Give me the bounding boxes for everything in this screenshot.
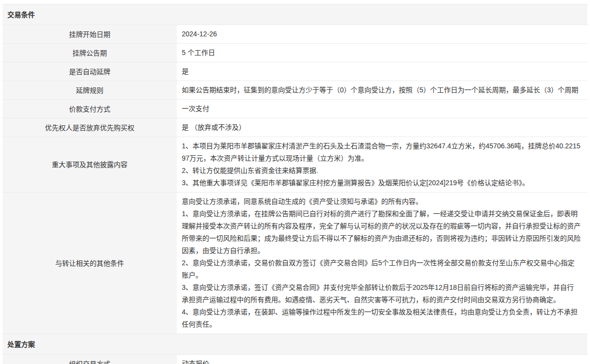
table-row: 重大事项及其他披露内容 1、本项目为莱阳市羊郡镇翟家庄村清淤产生的石头及土石渣混… — [2, 137, 588, 193]
table-row: 延牌规则 如果公告期结束时，征集到的意向受让方少于等于（0）个意向受让方，按照（… — [2, 81, 588, 100]
value-line: 3、其他重大事项详见《莱阳市羊郡镇翟家庄村挖方量测算报告》及烟莱阳价认定[202… — [182, 177, 581, 189]
value-line: 如果公告期结束时，征集到的意向受让方少于等于（0）个意向受让方，按照（5）个工作… — [182, 84, 581, 96]
section-header: 交易条件 — [2, 4, 588, 25]
value-line: 1、意向受让方须承诺，在挂牌公告期间已自行对标的资产进行了勘探和全面了解，一经递… — [182, 208, 581, 257]
row-value: 是 — [177, 62, 588, 81]
row-value: 意向受让方须承诺，同意系统自动生成的《资产受让须知与承诺》的所有内容。1、意向受… — [177, 193, 588, 334]
section-header-label: 处置方案 — [7, 340, 35, 348]
row-label: 组织交易方式 — [2, 355, 177, 364]
row-value: 如果公告期结束时，征集到的意向受让方少于等于（0）个意向受让方，按照（5）个工作… — [177, 81, 588, 99]
table-row: 优先权人是否放弃优先购买权 是 （放弃或不涉及） — [2, 118, 588, 137]
row-label: 延牌规则 — [2, 81, 177, 99]
row-value: 一次支付 — [177, 100, 588, 118]
row-value: 1、本项目为莱阳市羊郡镇翟家庄村清淤产生的石头及土石渣混合物一宗，方量约3264… — [177, 137, 588, 192]
table-row: 价款支付方式 一次支付 — [2, 100, 588, 118]
value-line: 是 — [182, 65, 581, 78]
row-label: 价款支付方式 — [2, 100, 177, 118]
table-row: 组织交易方式 动态报价 — [2, 355, 588, 364]
value-line: 3、意向受让方须承诺，签订《资产交易合同》并支付完毕全部转让价款后于2025年1… — [182, 281, 581, 306]
value-line: 是 （放弃或不涉及） — [182, 121, 581, 134]
value-line: 2、转让方仅能提供山东省资金往来结算票据. — [182, 165, 581, 177]
info-table: 交易条件 挂牌开始日期 2024-12-26 挂牌公告期 5 个工作日 是否自动… — [2, 4, 588, 364]
row-value: 动态报价 — [177, 355, 588, 364]
row-value: 2024-12-26 — [177, 25, 588, 43]
value-line: 2、意向受让方须承诺，交易价款自双方签订《资产交易合同》后5个工作日内一次性将全… — [182, 257, 581, 281]
value-line: 1、本项目为莱阳市羊郡镇翟家庄村清淤产生的石头及土石渣混合物一宗，方量约3264… — [182, 140, 581, 165]
section-header-label: 交易条件 — [7, 11, 35, 19]
table-row: 是否自动延牌 是 — [2, 62, 588, 81]
row-label: 挂牌开始日期 — [2, 25, 177, 43]
row-value: 5 个工作日 — [177, 44, 588, 62]
value-line: 动态报价 — [182, 358, 581, 364]
row-label: 优先权人是否放弃优先购买权 — [2, 118, 177, 137]
section-header: 处置方案 — [2, 334, 588, 355]
value-line: 2024-12-26 — [182, 28, 581, 40]
row-label: 与转让相关的其他条件 — [2, 193, 177, 334]
row-label: 挂牌公告期 — [2, 44, 177, 62]
value-line: 一次支付 — [182, 103, 581, 115]
value-line: 5 个工作日 — [182, 47, 581, 59]
table-row: 与转让相关的其他条件 意向受让方须承诺，同意系统自动生成的《资产受让须知与承诺》… — [2, 193, 588, 334]
value-line: 4、意向受让方须承诺，在装卸、运输等操作过程中所发生的一切安全事故及相关法律责任… — [182, 306, 581, 331]
row-label: 是否自动延牌 — [2, 62, 177, 81]
row-label: 重大事项及其他披露内容 — [2, 137, 177, 192]
table-row: 挂牌开始日期 2024-12-26 — [2, 25, 588, 44]
value-line: 意向受让方须承诺，同意系统自动生成的《资产受让须知与承诺》的所有内容。 — [182, 196, 581, 208]
table-row: 挂牌公告期 5 个工作日 — [2, 44, 588, 62]
row-value: 是 （放弃或不涉及） — [177, 118, 588, 137]
